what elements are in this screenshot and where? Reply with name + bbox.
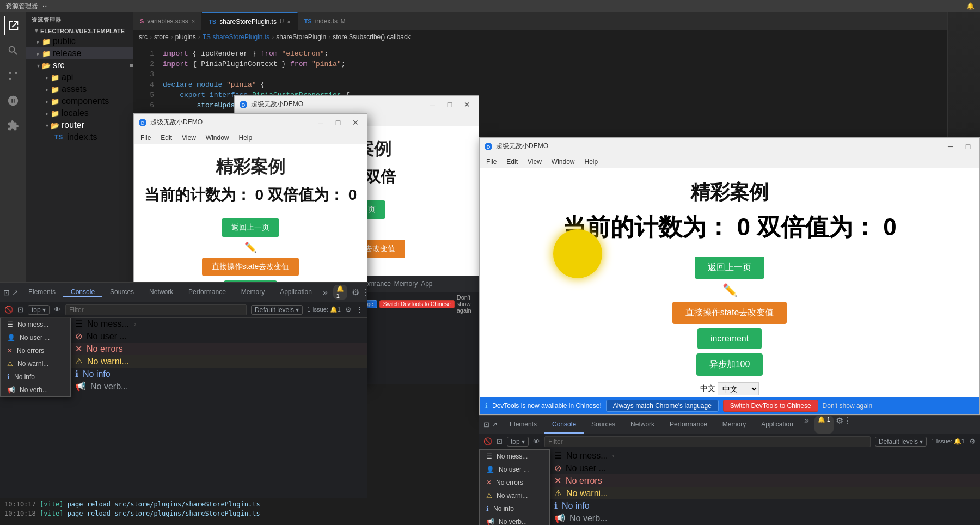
window3-maximize[interactable]: □ [961, 141, 975, 152]
menu3-file[interactable]: File [482, 157, 501, 167]
dt2-top[interactable]: top ▾ [507, 437, 529, 447]
sidebar-item-locales[interactable]: ▸ 📁 locales [26, 107, 133, 119]
menu3-window[interactable]: Window [547, 157, 579, 167]
console-expand-1[interactable]: › [134, 321, 136, 327]
sidebar-item-indexts[interactable]: TS index.ts [26, 131, 133, 143]
menu1-view[interactable]: View [177, 133, 200, 143]
window1-maximize[interactable]: □ [331, 117, 345, 128]
window2-maximize[interactable]: □ [443, 99, 457, 110]
dt2-levels[interactable]: Default levels ▾ [875, 437, 927, 447]
root-folder[interactable]: ▾ ELECTRON-VUE3-TEMPLATE [26, 26, 133, 35]
dt2-tab-performance[interactable]: Performance [662, 416, 715, 434]
ctx2-user[interactable]: 👤 No user ... [480, 463, 549, 476]
menu3-edit[interactable]: Edit [502, 157, 522, 167]
menu1-edit[interactable]: Edit [156, 133, 176, 143]
tab-sharestoreplugin[interactable]: TS shareStorePlugin.ts U × [202, 12, 297, 30]
dt2-more[interactable]: » [801, 416, 812, 434]
devtools-tab-console-1[interactable]: Console [63, 288, 102, 297]
tab-close-share[interactable]: × [287, 19, 290, 25]
window3-dontshow[interactable]: Don't show again [823, 402, 873, 410]
dt2-pointer[interactable]: ↗ [492, 420, 498, 429]
devtools-more-1[interactable]: » [320, 288, 331, 297]
window3-btn-switch[interactable]: Switch DevTools to Chinese [723, 400, 818, 412]
window3-lang-dropdown[interactable]: 中文 English [718, 382, 759, 395]
activity-extensions[interactable] [4, 117, 22, 135]
activity-debug[interactable] [4, 91, 22, 110]
window2-close[interactable]: ✕ [460, 99, 474, 110]
devtools-pointer-1[interactable]: ↗ [12, 288, 19, 297]
window1-minimize[interactable]: ─ [314, 117, 328, 128]
dt-mid-dontshow[interactable]: Don't show again [457, 294, 475, 314]
dt-mid-app[interactable]: App [421, 280, 432, 288]
dt2-tab-console[interactable]: Console [544, 416, 584, 434]
window1-btn-direct[interactable]: 直接操作state去改变值 [202, 258, 299, 276]
ctx-errors[interactable]: ✕ No errors [1, 344, 70, 357]
sidebar-item-router[interactable]: ▾ 📂 router [26, 119, 133, 131]
console-top-1[interactable]: top ▾ [28, 305, 50, 315]
console-filter-1[interactable]: ⊡ [17, 306, 23, 314]
ctx2-info[interactable]: ℹ No info [480, 502, 549, 515]
console-more-1[interactable]: ⋮ [356, 306, 363, 314]
window3-btn-direct[interactable]: 直接操作state去改变值 [672, 302, 787, 324]
dt2-eye[interactable]: 👁 [533, 437, 540, 445]
activity-explorer[interactable] [4, 16, 22, 35]
menu1-window[interactable]: Window [201, 133, 234, 143]
dt2-inspect[interactable]: ⊡ [483, 420, 489, 429]
window3-btn-increment[interactable]: increment [697, 328, 762, 349]
ctx2-errors[interactable]: ✕ No errors [480, 476, 549, 489]
dt2-dots[interactable]: ⋮ [843, 416, 852, 434]
sidebar-item-components[interactable]: ▸ 📁 components [26, 95, 133, 107]
ctx-info[interactable]: ℹ No info [1, 370, 70, 383]
dt2-tab-app[interactable]: Application [754, 416, 801, 434]
dt2-tab-sources[interactable]: Sources [584, 416, 623, 434]
console-clear-1[interactable]: 🚫 [4, 306, 13, 314]
devtools-tab-network-1[interactable]: Network [142, 288, 181, 297]
dt2-settings[interactable]: ⚙ [969, 437, 976, 445]
devtools-inspect-1[interactable]: ⊡ [3, 288, 10, 297]
window1-btn-back[interactable]: 返回上一页 [222, 218, 279, 237]
devtools-tab-elements-1[interactable]: Elements [21, 288, 63, 297]
window3-btn-match[interactable]: Always match Chrome's language [606, 400, 719, 412]
tab-close-variables[interactable]: × [192, 18, 195, 25]
activity-git[interactable] [4, 66, 22, 85]
sidebar-item-release[interactable]: ▸ 📁 release [26, 47, 133, 59]
dt2-clear[interactable]: 🚫 [483, 437, 492, 445]
sidebar-item-api[interactable]: ▸ 📁 api [26, 71, 133, 83]
console-levels-1[interactable]: Default levels ▾ [251, 305, 303, 315]
console-filter-input-1[interactable] [65, 304, 247, 315]
menu1-file[interactable]: File [136, 133, 155, 143]
window3-btn-back[interactable]: 返回上一页 [695, 257, 764, 279]
ctx-verbose[interactable]: 📢 No verb... [1, 383, 70, 396]
ctx-user[interactable]: 👤 No user ... [1, 331, 70, 344]
dt2-tab-memory[interactable]: Memory [715, 416, 754, 434]
menu1-help[interactable]: Help [235, 133, 257, 143]
topbar-dots[interactable]: ··· [42, 2, 48, 10]
window3-btn-step[interactable]: 异步加100 [696, 353, 763, 376]
sidebar-item-assets[interactable]: ▸ 📁 assets [26, 83, 133, 95]
devtools-tab-memory-1[interactable]: Memory [234, 288, 272, 297]
ctx2-verbose[interactable]: 📢 No verb... [480, 515, 549, 525]
sidebar-item-src[interactable]: ▾ 📂 src [26, 59, 133, 71]
dt2-filter-icon[interactable]: ⊡ [497, 437, 503, 445]
window1-close[interactable]: ✕ [348, 117, 363, 128]
dt2-gear[interactable]: ⚙ [836, 416, 843, 434]
menu3-help[interactable]: Help [580, 157, 603, 167]
devtools-dots-1[interactable]: ⋮ [362, 287, 367, 297]
devtools-tab-app-1[interactable]: Application [272, 288, 320, 297]
dt-mid-switch[interactable]: Switch DevTools to Chinese [379, 300, 455, 308]
ctx-warnings[interactable]: ⚠ No warni... [1, 357, 70, 370]
devtools-tab-performance-1[interactable]: Performance [181, 288, 234, 297]
devtools-tab-sources-1[interactable]: Sources [102, 288, 142, 297]
tab-indexts[interactable]: TS index.ts M [298, 12, 353, 30]
sidebar-item-public[interactable]: ▸ 📁 public [26, 35, 133, 47]
ctx2-warnings[interactable]: ⚠ No warni... [480, 489, 549, 502]
ctx-messages[interactable]: ☰ No mess... [1, 318, 70, 331]
devtools-gear-1[interactable]: ⚙ [352, 287, 359, 297]
dt2-filter-input[interactable] [544, 436, 871, 447]
dt-mid-memory[interactable]: Memory [394, 280, 418, 288]
window3-minimize[interactable]: ─ [944, 141, 958, 152]
dt2-expand[interactable]: › [612, 453, 614, 459]
window2-minimize[interactable]: ─ [425, 99, 439, 110]
menu3-view[interactable]: View [523, 157, 546, 167]
dt2-tab-elements[interactable]: Elements [502, 416, 544, 434]
